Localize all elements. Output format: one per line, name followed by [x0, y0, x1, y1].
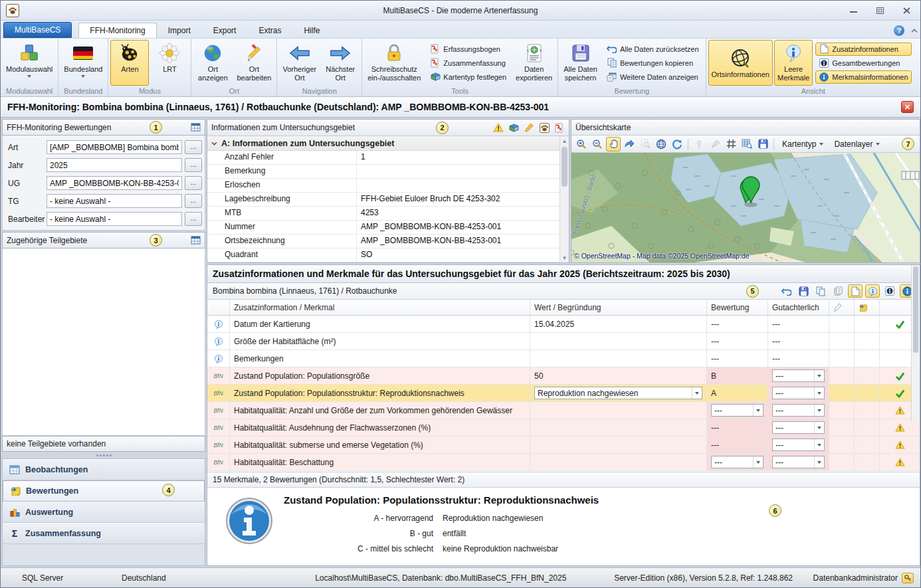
info-group-header[interactable]: A: Informationen zum Untersuchungsgebiet — [207, 136, 560, 151]
save-icon[interactable] — [796, 284, 811, 298]
bewertung-cell[interactable]: --- --- — [707, 333, 768, 349]
note-cell[interactable] — [855, 367, 880, 384]
wert-dropdown[interactable]: Reproduktion nachgewiesen — [534, 387, 702, 399]
pan-hand-icon[interactable] — [606, 137, 621, 151]
bewertung-cell[interactable]: --- — [707, 402, 768, 419]
info-row[interactable]: QuadrantSO — [207, 248, 560, 262]
info-bubble-toggle-icon[interactable] — [865, 284, 880, 298]
sidebar-splitter[interactable] — [2, 452, 205, 458]
gutachterlich-dropdown[interactable]: --- — [772, 421, 825, 434]
zusatzinformationen-toggle[interactable]: Zusatzinformationen — [815, 43, 911, 56]
merkmale-scrollbar[interactable] — [911, 265, 920, 421]
brush-icon[interactable] — [708, 137, 722, 151]
edit-cell[interactable] — [829, 385, 855, 401]
note-cell[interactable] — [855, 316, 880, 332]
info-dark-toggle-icon[interactable] — [882, 284, 897, 298]
tg-browse-button[interactable]: ... — [185, 194, 202, 208]
jahr-browse-button[interactable]: ... — [185, 158, 202, 172]
nav-beobachtungen[interactable]: Beobachtungen — [3, 459, 205, 480]
nav-zusammenfassung[interactable]: Σ Zusammenfassung — [3, 523, 205, 544]
nav-bewertungen[interactable]: Bewertungen 4 — [3, 480, 205, 502]
zoom-in-icon[interactable] — [574, 137, 589, 151]
tab-extras[interactable]: Extras — [247, 23, 292, 38]
key-icon[interactable] — [902, 573, 914, 583]
refresh-icon[interactable] — [670, 137, 684, 151]
merkmal-row[interactable]: BfN Zustand Population: Populationsgröße… — [207, 367, 920, 385]
gutachterlich-dropdown[interactable]: --- — [772, 387, 825, 399]
bewertung-dropdown[interactable]: --- — [711, 404, 764, 417]
bewertung-cell[interactable]: --- --- — [707, 316, 768, 332]
wert-cell[interactable] — [530, 454, 707, 470]
wert-cell[interactable] — [530, 437, 707, 453]
save-map-icon[interactable] — [756, 137, 770, 151]
ort-bearbeiten-button[interactable]: Ort bearbeiten — [233, 40, 274, 86]
note-cell[interactable] — [855, 437, 880, 453]
wert-cell[interactable]: 50 50 — [530, 367, 707, 384]
zoom-out-icon[interactable] — [590, 137, 605, 151]
globe-tool-icon[interactable] — [654, 137, 668, 151]
bearbeiter-input[interactable] — [47, 212, 182, 226]
teilgebiete-list[interactable] — [2, 248, 205, 436]
schreibschutz-button[interactable]: Schreibschutz ein-/ausschalten — [364, 40, 424, 86]
erfassungsbogen-button[interactable]: Erfassungsbogen — [427, 43, 510, 56]
edit-cell[interactable] — [829, 316, 855, 332]
gutachterlich-dropdown[interactable]: --- — [772, 439, 825, 451]
merkmal-row[interactable]: BfN Größe der Habitatfläche (m²) --- ---… — [207, 333, 920, 350]
gutachterlich-dropdown[interactable]: --- — [772, 404, 825, 417]
edit-cell[interactable] — [829, 367, 855, 384]
tab-hilfe[interactable]: Hilfe — [292, 23, 331, 38]
undo-icon[interactable] — [779, 284, 793, 298]
merkmal-row[interactable]: BfN Habitatqualität: Beschattung --- --- — [207, 454, 920, 471]
gutachterlich-cell[interactable]: --- — [768, 454, 829, 470]
pdf-icon[interactable] — [554, 122, 565, 133]
merkmal-row[interactable]: BfN Zustand Population: Populationsstruk… — [207, 385, 920, 402]
modus-arten-button[interactable]: Arten — [110, 40, 149, 86]
gutachterlich-dropdown[interactable]: --- — [772, 369, 825, 382]
bewertung-cell[interactable]: A A — [707, 385, 768, 401]
table-icon[interactable] — [190, 235, 201, 246]
bewertungen-kopieren-button[interactable]: Bewertungen kopieren — [603, 56, 702, 70]
warning-icon[interactable] — [493, 122, 504, 133]
note-cell[interactable] — [855, 333, 880, 349]
bewertung-dropdown[interactable]: --- — [711, 456, 764, 468]
tg-input[interactable] — [47, 194, 182, 208]
vorheriger-ort-button[interactable]: Vorheriger Ort — [279, 40, 320, 86]
weitere-daten-anzeigen-button[interactable]: Weitere Daten anzeigen — [603, 70, 702, 84]
collapse-ribbon-icon[interactable] — [911, 29, 918, 33]
edit-cell[interactable] — [829, 454, 855, 470]
bearbeiter-browse-button[interactable]: ... — [185, 212, 202, 226]
bundesland-button[interactable]: Bundesland — [60, 40, 106, 86]
pin-tool-icon[interactable] — [692, 137, 706, 151]
bewertung-cell[interactable]: --- --- — [707, 437, 768, 453]
bewertung-cell[interactable]: --- --- — [707, 419, 768, 436]
table-icon[interactable] — [190, 122, 201, 133]
nav-auswertung[interactable]: Auswertung — [3, 502, 205, 523]
note-cell[interactable] — [855, 385, 880, 401]
paw-icon[interactable] — [539, 122, 550, 133]
copy-icon[interactable] — [813, 284, 828, 298]
map-icon[interactable] — [508, 122, 519, 133]
note-cell[interactable] — [855, 419, 880, 436]
edit-cell[interactable] — [829, 402, 855, 419]
note-cell[interactable] — [855, 402, 880, 419]
tab-export[interactable]: Export — [202, 23, 248, 38]
tab-import[interactable]: Import — [157, 23, 202, 38]
alle-daten-zuruecksetzen-button[interactable]: Alle Daten zurücksetzen — [603, 43, 702, 56]
kartentyp-dropdown[interactable]: Kartentyp — [777, 138, 828, 150]
info-row[interactable]: Bemerkung — [207, 165, 560, 179]
merkmal-row[interactable]: BfN Habitatqualität: Anzahl und Größe de… — [207, 402, 920, 419]
merkmal-row[interactable]: BfN Bemerkungen --- --- --- --- — [207, 350, 920, 367]
datenlayer-dropdown[interactable]: Datenlayer — [829, 138, 884, 150]
zusatzinformationen-toggle-icon[interactable] — [848, 284, 863, 298]
art-browse-button[interactable]: ... — [185, 140, 202, 154]
bewertung-cell[interactable]: --- — [707, 454, 768, 470]
bewertung-cell[interactable]: --- --- — [707, 350, 768, 367]
gutachterlich-cell[interactable]: --- — [768, 385, 829, 401]
ug-browse-button[interactable]: ... — [185, 176, 202, 190]
gesamtbewertungen-toggle[interactable]: Gesamtbewertungen — [815, 56, 911, 70]
close-button[interactable] — [898, 5, 915, 16]
ort-anzeigen-button[interactable]: Ort anzeigen — [193, 40, 232, 86]
bewertung-cell[interactable]: B B — [707, 367, 768, 384]
merkmal-row[interactable]: BfN Datum der Kartierung 15.04.2025 15.0… — [207, 316, 920, 333]
gutachterlich-cell[interactable]: --- — [768, 402, 829, 419]
